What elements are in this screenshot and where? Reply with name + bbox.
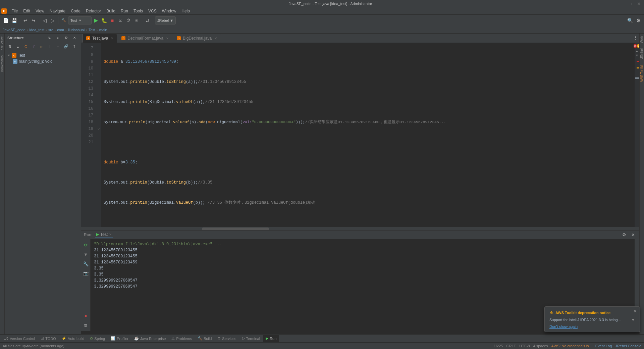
run-dump-btn[interactable]: 📷 [82,269,90,278]
tab-close-test[interactable]: ✕ [111,37,113,40]
run-config-dropdown[interactable]: Test ▼ [68,16,92,24]
toolbar-undo-button[interactable]: ↩ [22,16,29,25]
run-panel-close[interactable]: ✕ [629,232,637,238]
tab-decimalformat[interactable]: J DecimalFormat.java ✕ [118,34,172,43]
toolbar-save-button[interactable]: 💾 [10,16,18,25]
tab-java-enterprise[interactable]: ☕ Java Enterprise [131,335,168,342]
status-linesep[interactable]: CRLF [506,344,516,348]
notification-expand-icon[interactable]: ▼ [631,317,635,322]
toolbar-redo-button[interactable]: ↪ [30,16,37,25]
tab-close-bigdecimal[interactable]: ✕ [214,37,217,40]
notification-close-btn[interactable]: ✕ [633,309,637,314]
maximize-button[interactable]: □ [631,1,635,6]
tab-test-java[interactable]: J Test.java ✕ [83,34,117,43]
run-button[interactable]: ▶ [92,16,100,25]
gutter-nav-down[interactable]: ▼ [636,54,639,57]
menu-help[interactable]: Help [179,8,193,14]
proj-tab-test[interactable]: Test [89,28,95,32]
fold-icon-19[interactable]: ▽ [98,127,100,131]
struct-btn-6[interactable]: I [46,44,54,50]
run-stop-btn[interactable]: ▼ [82,250,90,259]
tree-item-test[interactable]: ▼ C Test [6,52,79,58]
toolbar-build-button[interactable]: 🔨 [60,16,67,25]
menu-code[interactable]: Code [68,8,83,14]
toolbar-forward-button[interactable]: ▷ [49,16,56,25]
tab-profiler[interactable]: 📊 Profiler [108,335,131,342]
run-close-btn[interactable]: 🔧 [82,259,90,268]
editor-hscroll[interactable] [81,227,639,230]
toolbar-profile-button[interactable]: ⏱ [125,16,132,25]
tab-build[interactable]: 🔨 Build [195,335,214,342]
struct-btn-7[interactable]: • [54,44,62,50]
side-tab-web[interactable]: Web [639,34,644,46]
tab-services[interactable]: ⚙ Services [215,335,239,342]
gutter-nav-up[interactable]: ▲ [636,49,639,53]
side-tab-bookmarks[interactable]: Bookmarks [0,53,5,75]
proj-tab-javasecode[interactable]: JavaSE_code [3,28,25,32]
proj-tab-src[interactable]: src [48,28,53,32]
struct-btn-8[interactable]: 🔗 [62,44,70,50]
side-tab-jrebel[interactable]: JRebel [639,46,644,61]
status-indent[interactable]: 4 spaces [533,344,548,348]
run-panel-settings[interactable]: ⚙ [621,232,628,238]
toolbar-settings-button[interactable]: ⚙ [635,16,642,25]
tab-menu-button[interactable]: ⋮ [632,34,639,42]
run-filter-btn[interactable]: 🗑 [82,321,90,330]
tab-run[interactable]: ▶ Run [263,335,279,342]
struct-btn-5[interactable]: m [38,44,46,50]
menu-run[interactable]: Run [118,8,131,14]
tab-version-control[interactable]: ⎇ Version Control [1,335,38,342]
status-position[interactable]: 16:25 [494,344,503,348]
menu-navigate[interactable]: Navigate [47,8,68,14]
jrebel-dropdown[interactable]: JRebel ▼ [155,16,176,24]
run-tab-test[interactable]: ▶ Test ✕ [95,232,113,238]
proj-tab-com[interactable]: com [57,28,64,32]
toolbar-coverage-button[interactable]: ☑ [117,16,124,25]
structure-sort-btn[interactable]: ⇅ [46,35,53,41]
menu-refactor[interactable]: Refactor [83,8,104,14]
tab-todo[interactable]: ☑ TODO [38,335,59,342]
structure-settings-btn[interactable]: ⚙ [62,35,70,41]
struct-btn-1[interactable]: ⇅ [6,44,13,50]
status-event-log[interactable]: Event Log [595,344,612,348]
side-tab-aws[interactable]: AWS Toolkit [639,62,644,85]
menu-view[interactable]: View [33,8,47,14]
close-button[interactable]: ✕ [637,1,641,6]
run-scroll-top-btn[interactable]: ■ [82,311,90,320]
tab-close-decimal[interactable]: ✕ [166,37,169,40]
status-aws[interactable]: AWS: No credentials is... [551,344,592,348]
tab-terminal[interactable]: ▷ Terminal [239,335,263,342]
struct-btn-9[interactable]: ⇑ [70,44,78,50]
struct-btn-2[interactable]: ≡ [14,44,21,50]
struct-btn-3[interactable]: C [22,44,30,50]
status-encoding[interactable]: UTF-8 [519,344,530,348]
structure-expand-btn[interactable]: ≡ [54,35,61,41]
proj-tab-ideatest[interactable]: idea_test [30,28,45,32]
proj-tab-main[interactable]: main [99,28,107,32]
tab-autobuild[interactable]: ⚡ Auto-build [59,335,87,342]
minimize-button[interactable]: ─ [625,1,629,6]
struct-btn-4[interactable]: f [30,44,38,50]
toolbar-new-button[interactable]: 📄 [2,16,10,25]
run-tab-close[interactable]: ✕ [109,233,112,236]
code-content[interactable]: double a=31.123456789123456789; System.o… [101,43,635,227]
menu-vcs[interactable]: VCS [146,8,159,14]
menu-tools[interactable]: Tools [131,8,146,14]
menu-window[interactable]: Window [159,8,179,14]
tab-spring[interactable]: ✿ Spring [87,335,108,342]
side-tab-structure[interactable]: Structure [0,34,5,53]
toolbar-search-button[interactable]: 🔍 [626,16,634,25]
stop-button[interactable]: ■ [109,16,116,25]
tree-item-main[interactable]: m main(String[]): void [6,58,79,64]
run-rerun-btn[interactable]: ⟳ [82,241,90,249]
toolbar-stop-all-button[interactable]: ⊗ [133,16,140,25]
menu-file[interactable]: File [9,8,20,14]
tab-bigdecimal[interactable]: J BigDecimal.java ✕ [173,34,221,43]
toolbar-translate-button[interactable]: ⇄ [144,16,151,25]
debug-button[interactable]: 🐛 [100,16,108,25]
menu-edit[interactable]: Edit [20,8,33,14]
proj-tab-liudashuai[interactable]: liudashuai [68,28,85,32]
tab-problems[interactable]: ⚠ Problems [169,335,194,342]
toolbar-back-button[interactable]: ◁ [41,16,48,25]
menu-build[interactable]: Build [104,8,118,14]
